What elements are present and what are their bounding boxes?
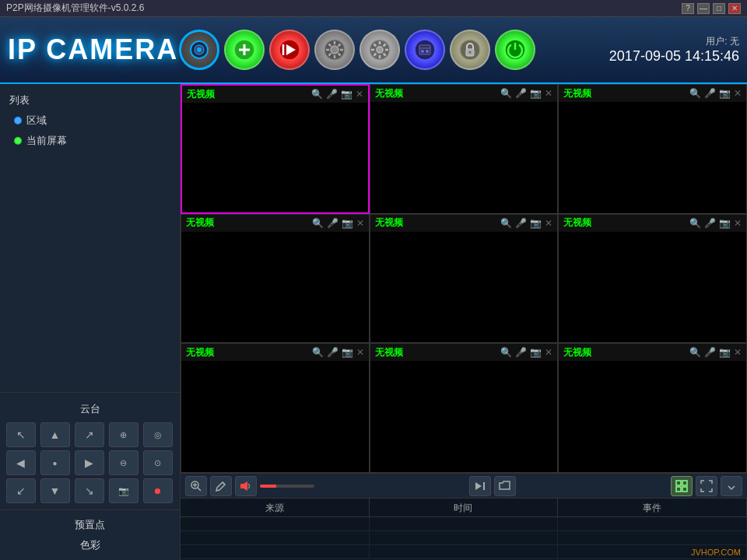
cam-snapshot-icon-2[interactable]: 📷 (530, 88, 542, 99)
svg-point-36 (469, 51, 472, 54)
cam-search-icon-1[interactable]: 🔍 (311, 89, 323, 100)
color-label[interactable]: 色彩 (0, 535, 180, 555)
ptz-focus-out-button[interactable]: ⊙ (143, 450, 173, 475)
camera-area: 无视频 🔍 🎤 📷 ✕ 无视频 🔍 🎤 (181, 84, 747, 560)
cam-close-icon-1[interactable]: ✕ (356, 89, 363, 100)
cam-search-icon-2[interactable]: 🔍 (500, 88, 512, 99)
sidebar-item-current-screen[interactable]: 当前屏幕 (0, 131, 180, 151)
cam-mic-icon-9[interactable]: 🎤 (704, 347, 716, 358)
camera-icons-8: 🔍 🎤 📷 ✕ (500, 347, 552, 358)
volume-button[interactable] (235, 476, 257, 496)
nvr-button[interactable] (405, 30, 445, 70)
ptz-down-right-button[interactable]: ↘ (75, 478, 104, 503)
cam-snapshot-icon-9[interactable]: 📷 (719, 347, 731, 358)
next-frame-button[interactable] (469, 476, 491, 496)
camera-cell-4[interactable]: 无视频 🔍 🎤 📷 ✕ (181, 214, 370, 344)
cam-close-icon-6[interactable]: ✕ (734, 218, 742, 229)
ptz-focus-in-button[interactable]: ◎ (143, 422, 173, 447)
cam-mic-icon-8[interactable]: 🎤 (515, 347, 527, 358)
config-button[interactable] (314, 30, 355, 70)
ptz-center-button[interactable]: ● (40, 450, 70, 475)
cam-close-icon-3[interactable]: ✕ (734, 88, 742, 99)
ptz-zoom-in-button[interactable]: ⊕ (109, 422, 139, 447)
cam-mic-icon-1[interactable]: 🎤 (326, 89, 338, 100)
ptz-down-left-button[interactable]: ↙ (6, 478, 36, 503)
power-button[interactable] (495, 30, 535, 70)
camera-header-9: 无视频 🔍 🎤 📷 ✕ (559, 344, 746, 361)
event-cell-source-3 (181, 545, 370, 558)
camera-grid: 无视频 🔍 🎤 📷 ✕ 无视频 🔍 🎤 (181, 84, 747, 473)
ptz-zoom-out-button[interactable]: ⊖ (109, 450, 139, 475)
help-button[interactable]: ? (682, 3, 694, 14)
camera-cell-9[interactable]: 无视频 🔍 🎤 📷 ✕ (558, 343, 747, 473)
camera-cell-6[interactable]: 无视频 🔍 🎤 📷 ✕ (558, 214, 747, 344)
snapshot-folder-button[interactable] (494, 476, 516, 496)
expand-button[interactable] (721, 476, 742, 496)
cam-close-icon-8[interactable]: ✕ (545, 347, 552, 358)
cam-close-icon-9[interactable]: ✕ (734, 347, 742, 358)
camera-icons-2: 🔍 🎤 📷 ✕ (500, 88, 552, 99)
cam-search-icon-4[interactable]: 🔍 (312, 218, 324, 229)
cam-snapshot-icon-4[interactable]: 📷 (342, 218, 353, 229)
camera-header-3: 无视频 🔍 🎤 📷 ✕ (559, 85, 746, 102)
ptz-right-button[interactable]: ▶ (75, 450, 104, 475)
cam-search-icon-6[interactable]: 🔍 (689, 218, 701, 229)
minimize-button[interactable]: — (697, 3, 710, 14)
pencil-button[interactable] (210, 476, 232, 496)
cam-close-icon-4[interactable]: ✕ (356, 218, 364, 229)
ptz-record-button[interactable]: ⏺ (143, 478, 173, 503)
cam-search-icon-7[interactable]: 🔍 (312, 347, 324, 358)
camera-button[interactable] (179, 30, 219, 70)
camera-cell-8[interactable]: 无视频 🔍 🎤 📷 ✕ (370, 343, 559, 473)
window-controls[interactable]: ? — □ ✕ (682, 3, 741, 14)
add-camera-button[interactable] (224, 30, 265, 70)
ptz-up-left-button[interactable]: ↖ (6, 422, 36, 447)
cam-close-icon-7[interactable]: ✕ (356, 347, 364, 358)
cam-mic-icon-7[interactable]: 🎤 (327, 347, 338, 358)
fullscreen-button[interactable] (696, 476, 717, 496)
cam-snapshot-icon-5[interactable]: 📷 (530, 218, 542, 229)
cam-search-icon-5[interactable]: 🔍 (500, 218, 512, 229)
event-cell-time-2 (370, 531, 559, 544)
camera-cell-1[interactable]: 无视频 🔍 🎤 📷 ✕ (181, 84, 370, 214)
system-settings-button[interactable] (359, 30, 400, 70)
camera-cell-2[interactable]: 无视频 🔍 🎤 📷 ✕ (370, 84, 559, 214)
cam-snapshot-icon-8[interactable]: 📷 (530, 347, 542, 358)
camera-cell-3[interactable]: 无视频 🔍 🎤 📷 ✕ (558, 84, 747, 214)
zoom-button[interactable] (185, 476, 207, 496)
cam-mic-icon-5[interactable]: 🎤 (515, 218, 527, 229)
camera-cell-5[interactable]: 无视频 🔍 🎤 📷 ✕ (370, 214, 559, 344)
cam-search-icon-9[interactable]: 🔍 (689, 347, 701, 358)
cam-mic-icon-3[interactable]: 🎤 (704, 88, 716, 99)
svg-line-39 (198, 488, 201, 491)
cam-snapshot-icon-7[interactable]: 📷 (342, 347, 353, 358)
maximize-button[interactable]: □ (713, 3, 725, 14)
ptz-capture-button[interactable]: 📷 (109, 478, 139, 503)
cam-close-icon-5[interactable]: ✕ (545, 218, 552, 229)
camera-icons-4: 🔍 🎤 📷 ✕ (312, 218, 364, 229)
ptz-up-right-button[interactable]: ↗ (75, 422, 104, 447)
ptz-left-button[interactable]: ◀ (6, 450, 36, 475)
svg-rect-47 (483, 482, 485, 490)
preset-label[interactable]: 预置点 (0, 515, 180, 535)
sidebar-item-area[interactable]: 区域 (0, 110, 180, 131)
camera-cell-7[interactable]: 无视频 🔍 🎤 📷 ✕ (181, 343, 370, 473)
cam-mic-icon-6[interactable]: 🎤 (704, 218, 716, 229)
cam-close-icon-2[interactable]: ✕ (545, 88, 552, 99)
svg-point-20 (377, 47, 383, 53)
lock-button[interactable] (450, 30, 490, 70)
cam-search-icon-8[interactable]: 🔍 (500, 347, 512, 358)
cam-search-icon-3[interactable]: 🔍 (689, 88, 701, 99)
cam-snapshot-icon-1[interactable]: 📷 (341, 89, 352, 100)
cam-snapshot-icon-3[interactable]: 📷 (719, 88, 731, 99)
grid-layout-button[interactable] (671, 476, 693, 496)
close-button[interactable]: ✕ (728, 3, 741, 14)
volume-slider[interactable] (260, 485, 314, 488)
ptz-down-button[interactable]: ▼ (40, 478, 70, 503)
cam-mic-icon-4[interactable]: 🎤 (327, 218, 338, 229)
camera-view-3 (559, 102, 746, 213)
ptz-up-button[interactable]: ▲ (40, 422, 70, 447)
playback-button[interactable] (269, 30, 310, 70)
cam-mic-icon-2[interactable]: 🎤 (515, 88, 527, 99)
cam-snapshot-icon-6[interactable]: 📷 (719, 218, 731, 229)
